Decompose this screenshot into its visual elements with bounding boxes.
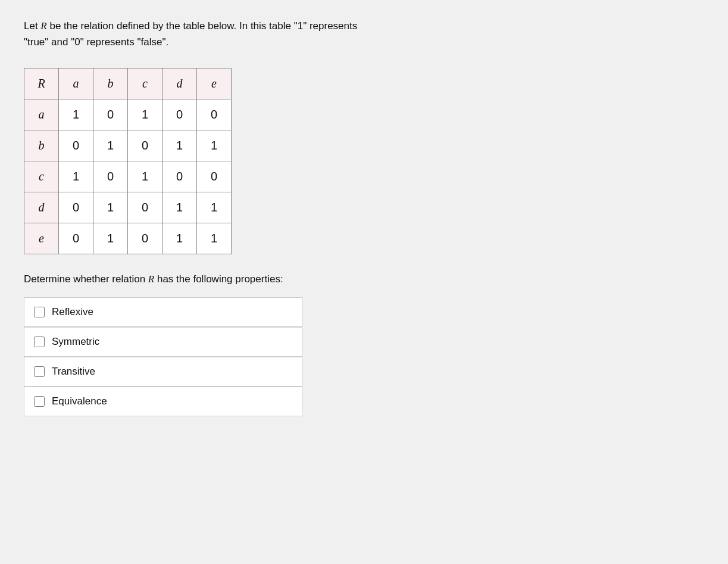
table-header-c: c bbox=[128, 68, 163, 99]
table-cell-e-e: 1 bbox=[197, 223, 232, 254]
table-row-label-e: e bbox=[24, 223, 59, 254]
table-cell-d-c: 0 bbox=[128, 192, 163, 223]
table-cell-c-a: 1 bbox=[59, 161, 93, 192]
table-cell-d-a: 0 bbox=[59, 192, 93, 223]
relation-table: R a b c d e a 1 0 1 0 0 b 0 1 0 1 1 c 1 … bbox=[24, 68, 232, 254]
checkbox-group: Reflexive Symmetric Transitive Equivalen… bbox=[24, 297, 302, 416]
table-header-R: R bbox=[24, 68, 59, 99]
table-header-d: d bbox=[163, 68, 197, 99]
table-row-c: c 1 0 1 0 0 bbox=[24, 161, 232, 192]
table-cell-a-d: 0 bbox=[163, 99, 197, 130]
table-cell-c-c: 1 bbox=[128, 161, 163, 192]
transitive-checkbox[interactable] bbox=[34, 366, 45, 377]
table-header-row: R a b c d e bbox=[24, 68, 232, 99]
reflexive-checkbox[interactable] bbox=[34, 307, 45, 317]
table-header-b: b bbox=[93, 68, 128, 99]
table-row-label-d: d bbox=[24, 192, 59, 223]
table-cell-a-c: 1 bbox=[128, 99, 163, 130]
table-cell-b-a: 0 bbox=[59, 130, 93, 161]
transitive-checkbox-item[interactable]: Transitive bbox=[24, 357, 302, 387]
reflexive-checkbox-item[interactable]: Reflexive bbox=[24, 297, 302, 327]
table-cell-a-a: 1 bbox=[59, 99, 93, 130]
table-cell-b-d: 1 bbox=[163, 130, 197, 161]
symmetric-checkbox[interactable] bbox=[34, 336, 45, 347]
table-row-label-c: c bbox=[24, 161, 59, 192]
table-cell-c-d: 0 bbox=[163, 161, 197, 192]
table-cell-e-d: 1 bbox=[163, 223, 197, 254]
table-row-d: d 0 1 0 1 1 bbox=[24, 192, 232, 223]
determine-text: Determine whether relation R has the fol… bbox=[24, 273, 704, 285]
transitive-label: Transitive bbox=[52, 366, 95, 378]
intro-text: Let R be the relation defined by the tab… bbox=[24, 18, 381, 50]
table-cell-c-e: 0 bbox=[197, 161, 232, 192]
table-row-b: b 0 1 0 1 1 bbox=[24, 130, 232, 161]
equivalence-checkbox[interactable] bbox=[34, 396, 45, 407]
table-cell-a-b: 0 bbox=[93, 99, 128, 130]
equivalence-label: Equivalence bbox=[52, 395, 107, 407]
table-cell-d-b: 1 bbox=[93, 192, 128, 223]
table-row-label-b: b bbox=[24, 130, 59, 161]
reflexive-label: Reflexive bbox=[52, 306, 93, 318]
table-row-e: e 0 1 0 1 1 bbox=[24, 223, 232, 254]
table-cell-d-e: 1 bbox=[197, 192, 232, 223]
table-cell-c-b: 0 bbox=[93, 161, 128, 192]
symmetric-label: Symmetric bbox=[52, 336, 99, 348]
symmetric-checkbox-item[interactable]: Symmetric bbox=[24, 327, 302, 357]
table-cell-b-e: 1 bbox=[197, 130, 232, 161]
table-cell-e-a: 0 bbox=[59, 223, 93, 254]
table-cell-e-c: 0 bbox=[128, 223, 163, 254]
table-header-e: e bbox=[197, 68, 232, 99]
table-header-a: a bbox=[59, 68, 93, 99]
table-row-label-a: a bbox=[24, 99, 59, 130]
table-cell-b-b: 1 bbox=[93, 130, 128, 161]
table-cell-a-e: 0 bbox=[197, 99, 232, 130]
table-cell-e-b: 1 bbox=[93, 223, 128, 254]
equivalence-checkbox-item[interactable]: Equivalence bbox=[24, 387, 302, 416]
table-row-a: a 1 0 1 0 0 bbox=[24, 99, 232, 130]
table-cell-d-d: 1 bbox=[163, 192, 197, 223]
table-cell-b-c: 0 bbox=[128, 130, 163, 161]
